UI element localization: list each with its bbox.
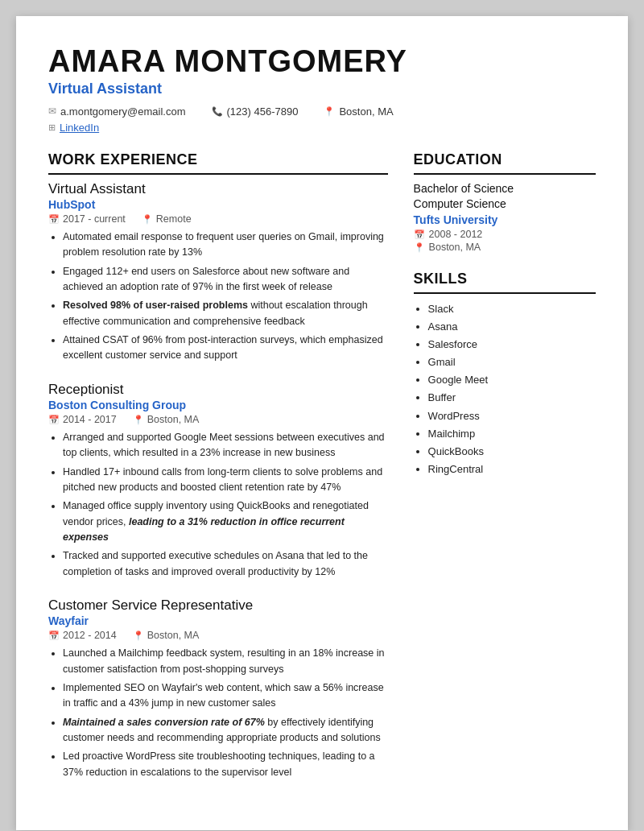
work-experience-title: WORK EXPERIENCE: [48, 151, 388, 168]
candidate-title: Virtual Assistant: [48, 81, 596, 97]
linkedin-contact[interactable]: LinkedIn: [48, 122, 99, 134]
bullet-list-2: Arranged and supported Google Meet sessi…: [48, 430, 388, 580]
edu-meta: 2008 - 2012 Boston, MA: [414, 229, 596, 253]
candidate-name: AMARA MONTGOMERY: [48, 45, 596, 79]
bullet-2-2: Handled 17+ inbound calls from long-term…: [63, 465, 388, 496]
location-value: Boston, MA: [339, 105, 393, 118]
bullet-1-1: Automated email response to frequent use…: [63, 229, 388, 261]
calendar-icon-2: [48, 414, 60, 425]
skill-item-wordpress: WordPress: [428, 407, 596, 425]
education-section: EDUCATION Bachelor of Science Computer S…: [414, 151, 596, 253]
phone-icon: [212, 105, 223, 117]
bullet-3-3: Maintained a sales conversion rate of 67…: [63, 715, 388, 746]
email-icon: [48, 105, 56, 117]
skill-item-asana: Asana: [428, 318, 596, 336]
right-column: EDUCATION Bachelor of Science Computer S…: [414, 151, 596, 798]
edu-location-icon: [414, 242, 425, 253]
edu-calendar-icon: [414, 229, 425, 240]
education-divider: [414, 173, 596, 175]
company-name-3: Wayfair: [48, 614, 388, 627]
calendar-icon-1: [48, 213, 60, 225]
bullet-1-3: Resolved 98% of user-raised problems wit…: [63, 298, 388, 329]
location-icon-3: [133, 630, 144, 641]
skill-item-googlemeet: Google Meet: [428, 371, 596, 389]
job-entry-2: Receptionist Boston Consulting Group 201…: [48, 382, 388, 580]
main-layout: WORK EXPERIENCE Virtual Assistant HubSpo…: [48, 151, 596, 798]
company-name-2: Boston Consulting Group: [48, 399, 388, 411]
location-contact: Boston, MA: [324, 105, 393, 118]
location-icon: [324, 105, 335, 117]
skills-section: SKILLS Slack Asana Salesforce Gmail Goog…: [414, 271, 596, 478]
job-entry-3: Customer Service Representative Wayfair …: [48, 597, 388, 780]
job-dates-3: 2012 - 2014: [48, 630, 117, 641]
linkedin-icon: [48, 122, 56, 133]
phone-value: (123) 456-7890: [227, 105, 299, 118]
skill-item-slack: Slack: [428, 300, 596, 318]
italic-bold-phrase-3: Maintained a sales conversion rate of 67…: [63, 717, 265, 728]
bullet-list-1: Automated email response to frequent use…: [48, 229, 388, 364]
bold-phrase-1: Resolved 98% of user-raised problems: [63, 300, 248, 311]
skill-item-ringcentral: RingCentral: [428, 461, 596, 478]
job-meta-3: 2012 - 2014 Boston, MA: [48, 630, 388, 641]
bullet-3-4: Led proactive WordPress site troubleshoo…: [63, 749, 388, 780]
company-name-1: HubSpot: [48, 198, 388, 211]
italic-bold-phrase-2: leading to a 31% reduction in office rec…: [63, 516, 345, 543]
skill-item-mailchimp: Mailchimp: [428, 425, 596, 443]
linkedin-link[interactable]: LinkedIn: [60, 122, 99, 134]
edu-degree: Bachelor of Science Computer Science: [414, 181, 596, 213]
job-dates-1: 2017 - current: [48, 213, 126, 225]
bullet-1-4: Attained CSAT of 96% from post-interacti…: [63, 333, 388, 364]
bullet-3-2: Implemented SEO on Wayfair's web content…: [63, 680, 388, 712]
bullet-2-1: Arranged and supported Google Meet sessi…: [63, 430, 388, 461]
contact-row: a.montgomery@email.com (123) 456-7890 Bo…: [48, 105, 596, 118]
job-location-3: Boston, MA: [133, 630, 200, 641]
job-title-2: Receptionist: [48, 382, 388, 398]
location-icon-2: [133, 414, 144, 425]
job-title-3: Customer Service Representative: [48, 597, 388, 614]
job-entry-1: Virtual Assistant HubSpot 2017 - current…: [48, 181, 388, 364]
skill-item-buffer: Buffer: [428, 389, 596, 407]
skills-divider: [414, 292, 596, 294]
email-value: a.montgomery@email.com: [60, 105, 186, 118]
bullet-1-2: Engaged 112+ end users on Salesforce abo…: [63, 264, 388, 296]
resume-page: AMARA MONTGOMERY Virtual Assistant a.mon…: [16, 16, 628, 830]
job-meta-2: 2014 - 2017 Boston, MA: [48, 414, 388, 425]
bullet-3-1: Launched a Mailchimp feedback system, re…: [63, 646, 388, 677]
left-column: WORK EXPERIENCE Virtual Assistant HubSpo…: [48, 151, 388, 798]
bullet-2-3: Managed office supply inventory using Qu…: [63, 498, 388, 545]
edu-location: Boston, MA: [414, 242, 596, 253]
edu-entry-1: Bachelor of Science Computer Science Tuf…: [414, 181, 596, 253]
work-experience-divider: [48, 173, 388, 175]
bullet-list-3: Launched a Mailchimp feedback system, re…: [48, 646, 388, 780]
bullet-2-4: Tracked and supported executive schedule…: [63, 548, 388, 580]
job-dates-2: 2014 - 2017: [48, 414, 117, 425]
skill-item-salesforce: Salesforce: [428, 336, 596, 353]
edu-dates: 2008 - 2012: [414, 229, 596, 240]
header: AMARA MONTGOMERY Virtual Assistant a.mon…: [48, 45, 596, 134]
education-title: EDUCATION: [414, 151, 596, 168]
edu-school: Tufts University: [414, 213, 596, 226]
skill-item-quickbooks: QuickBooks: [428, 443, 596, 461]
job-title-1: Virtual Assistant: [48, 181, 388, 197]
email-contact: a.montgomery@email.com: [48, 105, 186, 118]
phone-contact: (123) 456-7890: [212, 105, 299, 118]
skills-list: Slack Asana Salesforce Gmail Google Meet…: [414, 300, 596, 478]
skill-item-gmail: Gmail: [428, 353, 596, 371]
location-icon-1: [142, 213, 153, 225]
skills-title: SKILLS: [414, 271, 596, 287]
job-meta-1: 2017 - current Remote: [48, 213, 388, 225]
job-location-2: Boston, MA: [133, 414, 200, 425]
calendar-icon-3: [48, 630, 60, 641]
job-location-1: Remote: [142, 213, 192, 225]
linkedin-row: LinkedIn: [48, 122, 596, 134]
